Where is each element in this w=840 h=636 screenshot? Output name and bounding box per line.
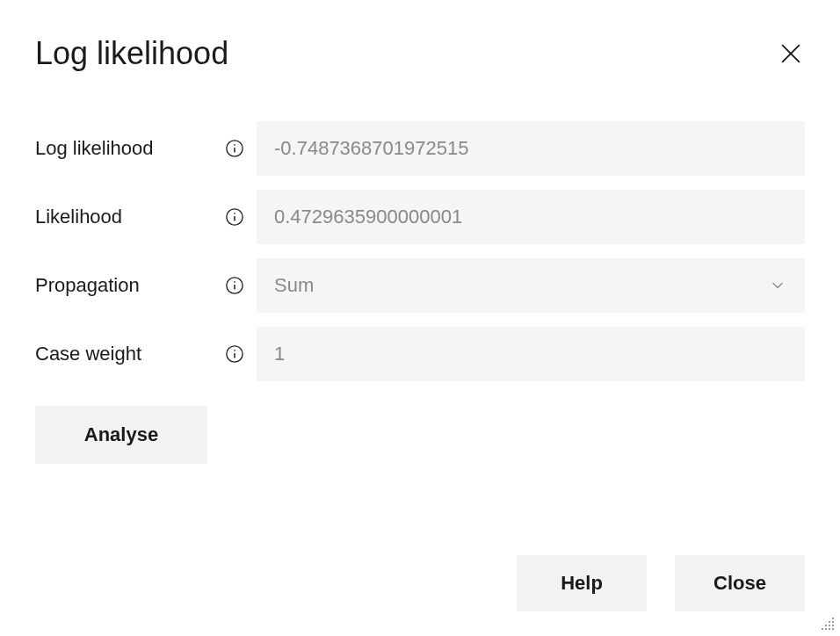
log-likelihood-value: -0.7487368701972515 bbox=[274, 137, 468, 160]
chevron-down-icon bbox=[768, 276, 787, 295]
help-button[interactable]: Help bbox=[517, 555, 647, 611]
row-likelihood: Likelihood 0.4729635900000001 bbox=[35, 190, 805, 244]
log-likelihood-dialog: Log likelihood Log likelihood bbox=[0, 0, 840, 636]
svg-point-10 bbox=[234, 281, 235, 283]
action-area: Analyse bbox=[35, 406, 805, 464]
log-likelihood-field: -0.7487368701972515 bbox=[257, 121, 805, 176]
info-icon[interactable] bbox=[225, 276, 244, 295]
info-icon[interactable] bbox=[225, 344, 244, 364]
svg-point-23 bbox=[832, 628, 834, 630]
svg-point-17 bbox=[825, 625, 827, 626]
label-case-weight: Case weight bbox=[35, 343, 225, 365]
svg-point-21 bbox=[825, 628, 827, 630]
svg-point-19 bbox=[832, 625, 834, 626]
svg-point-15 bbox=[829, 621, 830, 623]
dialog-footer: Help Close bbox=[35, 538, 805, 611]
label-area: Propagation bbox=[35, 274, 257, 297]
info-icon[interactable] bbox=[225, 139, 244, 158]
svg-point-22 bbox=[829, 628, 830, 630]
label-area: Case weight bbox=[35, 343, 257, 365]
svg-point-16 bbox=[832, 621, 834, 623]
label-propagation: Propagation bbox=[35, 274, 225, 297]
row-log-likelihood: Log likelihood -0.7487368701972515 bbox=[35, 121, 805, 176]
propagation-selected: Sum bbox=[274, 274, 314, 297]
row-propagation: Propagation Sum bbox=[35, 258, 805, 313]
close-button[interactable]: Close bbox=[675, 555, 805, 611]
analyse-button[interactable]: Analyse bbox=[35, 406, 207, 464]
svg-point-13 bbox=[234, 350, 235, 351]
likelihood-field: 0.4729635900000001 bbox=[257, 190, 805, 244]
svg-point-7 bbox=[234, 213, 235, 214]
likelihood-value: 0.4729635900000001 bbox=[274, 206, 462, 228]
label-area: Log likelihood bbox=[35, 137, 257, 160]
svg-point-18 bbox=[829, 625, 830, 626]
dialog-header: Log likelihood bbox=[35, 35, 805, 72]
label-area: Likelihood bbox=[35, 206, 257, 228]
close-icon[interactable] bbox=[777, 40, 805, 68]
label-likelihood: Likelihood bbox=[35, 206, 225, 228]
propagation-dropdown[interactable]: Sum bbox=[257, 258, 805, 313]
svg-point-20 bbox=[822, 628, 823, 630]
info-icon[interactable] bbox=[225, 207, 244, 227]
svg-point-4 bbox=[234, 144, 235, 146]
form-body: Log likelihood -0.7487368701972515 Likel… bbox=[35, 121, 805, 381]
label-log-likelihood: Log likelihood bbox=[35, 137, 225, 160]
svg-point-14 bbox=[832, 618, 834, 619]
resize-grip-icon[interactable] bbox=[821, 617, 835, 631]
case-weight-input[interactable] bbox=[257, 327, 805, 381]
row-case-weight: Case weight bbox=[35, 327, 805, 381]
dialog-title: Log likelihood bbox=[35, 35, 228, 72]
